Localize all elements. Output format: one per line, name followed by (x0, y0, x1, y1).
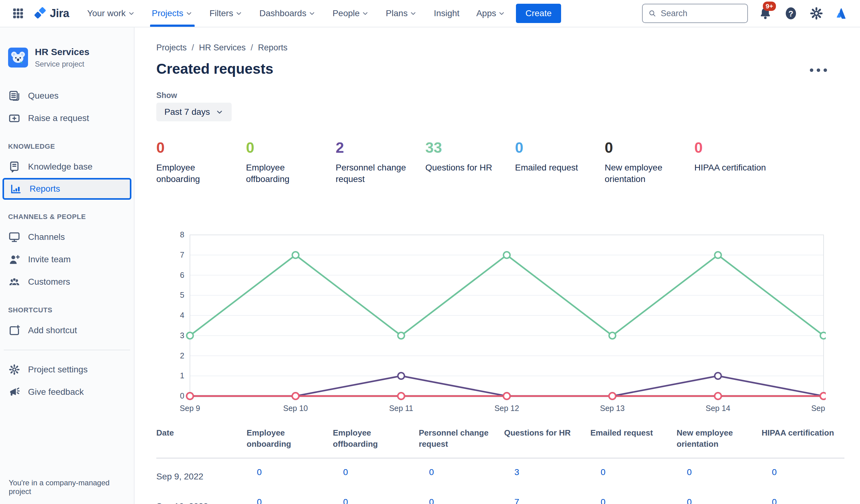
stat-employee-onboarding: 0Employee onboarding (156, 139, 246, 185)
svg-text:Sep 14: Sep 14 (705, 404, 730, 413)
help-button[interactable]: ? (783, 5, 799, 21)
app-switcher-button[interactable] (11, 6, 26, 21)
nav-item-label: Your work (87, 9, 126, 18)
sidebar-item-project-settings[interactable]: Project settings (0, 358, 134, 381)
svg-text:6: 6 (180, 271, 184, 279)
nav-item-dashboards[interactable]: Dashboards (253, 0, 322, 27)
sidebar-item-give-feedback[interactable]: Give feedback (0, 381, 134, 403)
jira-logo-text: Jira (50, 7, 69, 20)
stat-value: 0 (605, 139, 694, 156)
table-header-employee-onboarding: Employee onboarding (247, 427, 333, 449)
svg-text:Sep 12: Sep 12 (494, 404, 519, 413)
nav-item-plans[interactable]: Plans (379, 0, 423, 27)
settings-icon (8, 364, 20, 376)
table-cell-link[interactable]: 0 (687, 497, 692, 504)
table-cell-link[interactable]: 0 (772, 467, 777, 477)
table-cell-link[interactable]: 7 (514, 497, 519, 504)
svg-text:Sep 10: Sep 10 (283, 404, 308, 413)
table-cell-link[interactable]: 0 (772, 497, 777, 504)
section-header-knowledge: KNOWLEDGE (0, 143, 134, 151)
nav-item-apps[interactable]: Apps (470, 0, 512, 27)
stat-value: 33 (425, 139, 515, 156)
customers-icon (8, 276, 20, 288)
create-button[interactable]: Create (516, 4, 561, 23)
breadcrumb-reports: Reports (258, 43, 288, 53)
table-cell-link[interactable]: 0 (429, 497, 434, 504)
request-type-stats: 0Employee onboarding0Employee offboardin… (156, 139, 784, 185)
sidebar-item-channels[interactable]: Channels (0, 226, 134, 248)
show-period-value: Past 7 days (164, 107, 210, 117)
table-cell-link[interactable]: 3 (514, 467, 519, 477)
svg-text:8: 8 (180, 230, 184, 239)
sidebar-item-label: Project settings (28, 365, 87, 374)
table-row-date: Sep 10, 2022 (156, 488, 247, 504)
table-cell-link[interactable]: 0 (343, 497, 348, 504)
stat-value: 0 (156, 139, 246, 156)
stat-new-employee-orientation: 0New employee orientation (605, 139, 694, 185)
nav-item-label: Plans (386, 9, 407, 18)
nav-item-people[interactable]: People (326, 0, 375, 27)
svg-text:3: 3 (180, 331, 184, 340)
sidebar-item-knowledge-base[interactable]: Knowledge base (0, 155, 134, 178)
table-cell-link[interactable]: 0 (343, 467, 348, 477)
table-cell-link[interactable]: 0 (601, 497, 606, 504)
sidebar-footer-note: You're in a company-managed project (9, 478, 134, 496)
stat-value: 2 (336, 139, 425, 156)
stat-personnel-change-request: 2Personnel change request (336, 139, 425, 185)
sidebar-item-label: Invite team (28, 254, 71, 264)
more-options-button[interactable] (807, 65, 830, 75)
table-cell-link[interactable]: 0 (687, 467, 692, 477)
jira-logo[interactable]: Jira (32, 6, 69, 20)
project-avatar (8, 48, 28, 68)
invite-team-icon (8, 253, 20, 266)
table-cell-link[interactable]: 0 (429, 467, 434, 477)
chevron-down-icon (185, 10, 193, 17)
table-cell-link[interactable]: 0 (257, 497, 262, 504)
svg-text:Sep 11: Sep 11 (389, 404, 413, 413)
sidebar-item-add-shortcut[interactable]: Add shortcut (0, 319, 134, 342)
table-cell-link[interactable]: 0 (601, 467, 606, 477)
chevron-down-icon (128, 10, 135, 17)
feedback-icon (8, 386, 20, 398)
search-input[interactable] (661, 9, 742, 18)
breadcrumb-hr-services[interactable]: HR Services (199, 43, 246, 53)
chevron-down-icon (308, 10, 316, 17)
stat-label: Employee offboarding (246, 162, 319, 185)
sidebar-item-queues[interactable]: Queues (0, 85, 134, 107)
breadcrumb: Projects / HR Services / Reports (156, 43, 287, 53)
nav-item-label: People (332, 9, 360, 18)
global-search[interactable] (642, 4, 748, 23)
table-cell-link[interactable]: 0 (257, 467, 262, 477)
sidebar-item-raise-a-request[interactable]: Raise a request (0, 107, 134, 130)
sidebar-item-reports[interactable]: Reports (2, 178, 131, 200)
stat-value: 0 (515, 139, 605, 156)
table-body: Sep 9, 20220003000Sep 10, 20220007000 (156, 459, 844, 504)
nav-item-insight[interactable]: Insight (428, 0, 466, 27)
project-sidebar: HR Services Service project QueuesRaise … (0, 27, 134, 504)
svg-text:Sep 13: Sep 13 (600, 404, 625, 413)
settings-button[interactable] (808, 5, 825, 21)
svg-text:0: 0 (180, 391, 184, 400)
sidebar-item-label: Knowledge base (28, 162, 92, 172)
sidebar-item-customers[interactable]: Customers (0, 271, 134, 293)
sidebar-item-invite-team[interactable]: Invite team (0, 248, 134, 271)
stat-label: Questions for HR (425, 162, 499, 173)
breadcrumb-projects[interactable]: Projects (156, 43, 187, 53)
table-header-row: DateEmployee onboardingEmployee offboard… (156, 427, 844, 459)
project-header[interactable]: HR Services Service project (0, 47, 134, 69)
section-header-shortcuts: SHORTCUTS (0, 306, 134, 314)
raise-request-icon (8, 112, 20, 124)
section-header-channels-people: CHANNELS & PEOPLE (0, 213, 134, 221)
breadcrumb-separator: / (250, 43, 253, 53)
table-header-hipaa-certification: HIPAA certification (762, 427, 844, 438)
show-period-select[interactable]: Past 7 days (156, 103, 232, 121)
nav-item-projects[interactable]: Projects (146, 0, 199, 27)
stat-employee-offboarding: 0Employee offboarding (246, 139, 336, 185)
chart-svg: 012345678Sep 9Sep 10Sep 11Sep 12Sep 13Se… (172, 226, 826, 419)
nav-item-filters[interactable]: Filters (203, 0, 249, 27)
nav-item-your-work[interactable]: Your work (81, 0, 141, 27)
notifications-button[interactable]: 9+ (757, 5, 773, 21)
queues-icon (8, 90, 20, 102)
nav-item-label: Filters (210, 9, 233, 18)
gear-icon (809, 6, 823, 20)
